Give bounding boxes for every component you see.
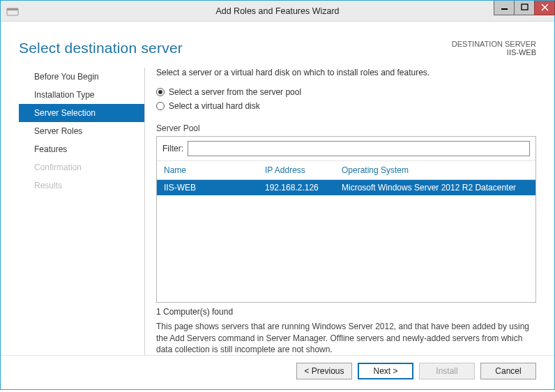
radio-label: Select a server from the server pool (169, 87, 301, 97)
radio-server-pool[interactable]: Select a server from the server pool (156, 87, 536, 97)
destination-label: DESTINATION SERVER (452, 40, 536, 48)
grid-body: IIS-WEB 192.168.2.126 Microsoft Windows … (157, 180, 535, 302)
destination-server: IIS-WEB (452, 48, 536, 56)
column-os[interactable]: Operating System (342, 165, 529, 175)
app-icon (6, 6, 19, 16)
nav-server-selection[interactable]: Server Selection (19, 104, 144, 122)
instruction-text: Select a server or a virtual hard disk o… (156, 68, 536, 77)
body-columns: Before You Begin Installation Type Serve… (1, 63, 554, 355)
cancel-button[interactable]: Cancel (480, 363, 536, 379)
server-pool-label: Server Pool (156, 123, 536, 133)
nav-installation-type[interactable]: Installation Type (19, 86, 144, 104)
server-pool-box: Filter: Name IP Address Operating System… (156, 136, 536, 303)
wizard-nav: Before You Begin Installation Type Serve… (19, 63, 144, 355)
nav-features[interactable]: Features (19, 140, 144, 158)
cell-ip: 192.168.2.126 (265, 183, 342, 193)
svg-rect-3 (522, 4, 528, 10)
next-button[interactable]: Next > (358, 363, 413, 379)
column-name[interactable]: Name (164, 165, 265, 175)
server-row[interactable]: IIS-WEB 192.168.2.126 Microsoft Windows … (157, 180, 535, 195)
previous-button[interactable]: < Previous (296, 363, 352, 379)
svg-rect-1 (7, 8, 18, 10)
filter-row: Filter: (157, 137, 535, 161)
page-title: Select destination server (19, 40, 183, 56)
cell-os: Microsoft Windows Server 2012 R2 Datacen… (342, 183, 529, 193)
window-buttons (494, 1, 554, 16)
titlebar: Add Roles and Features Wizard (1, 1, 554, 22)
window-title: Add Roles and Features Wizard (1, 6, 554, 16)
content: Select destination server DESTINATION SE… (1, 22, 554, 389)
radio-virtual-hard-disk[interactable]: Select a virtual hard disk (156, 101, 536, 111)
maximize-button[interactable] (514, 1, 535, 15)
filter-input[interactable] (188, 141, 530, 156)
grid-header: Name IP Address Operating System (157, 161, 535, 180)
nav-confirmation: Confirmation (19, 158, 144, 176)
filter-label: Filter: (162, 144, 183, 153)
wizard-window: Add Roles and Features Wizard Select des… (0, 0, 555, 390)
radio-icon (156, 102, 165, 110)
help-text: This page shows servers that are running… (156, 321, 536, 355)
main-panel: Select a server or a virtual hard disk o… (145, 63, 536, 355)
nav-server-roles[interactable]: Server Roles (19, 122, 144, 140)
computers-found-text: 1 Computer(s) found (156, 307, 536, 317)
cell-name: IIS-WEB (164, 183, 265, 193)
server-grid: Name IP Address Operating System IIS-WEB… (157, 161, 535, 302)
column-ip[interactable]: IP Address (265, 165, 342, 175)
radio-label: Select a virtual hard disk (169, 101, 260, 111)
install-button: Install (419, 363, 475, 379)
destination-block: DESTINATION SERVER IIS-WEB (452, 40, 536, 56)
radio-icon (156, 88, 165, 96)
minimize-button[interactable] (494, 1, 515, 15)
footer: < Previous Next > Install Cancel (1, 355, 554, 389)
nav-before-you-begin[interactable]: Before You Begin (19, 68, 144, 86)
close-button[interactable] (534, 1, 555, 15)
header-area: Select destination server DESTINATION SE… (1, 22, 554, 63)
nav-results: Results (19, 176, 144, 195)
